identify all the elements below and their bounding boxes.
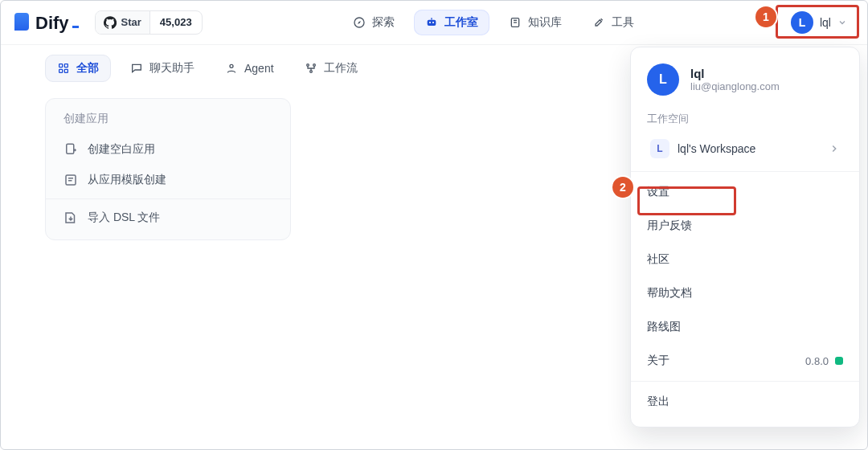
menu-roadmap-label: 路线图 [647,320,681,334]
svg-point-14 [306,64,309,67]
create-from-template[interactable]: 从应用模版创建 [46,165,290,195]
chevron-right-icon [829,143,840,154]
robot-icon [425,16,438,29]
menu-settings-label: 设置 [647,185,669,199]
create-app-title: 创建应用 [46,110,290,134]
svg-rect-11 [59,69,63,72]
svg-rect-2 [427,19,436,25]
logo-text: Dify [35,13,69,34]
menu-docs[interactable]: 帮助文档 [631,276,859,310]
menu-community-label: 社区 [647,252,669,267]
chat-icon [130,62,143,75]
about-version: 0.8.0 [805,355,829,367]
logo-mark-icon [14,13,29,31]
filter-workflow[interactable]: 工作流 [293,55,369,81]
filter-workflow-label: 工作流 [324,61,358,76]
filter-agent-label: Agent [244,62,274,75]
grid-icon [57,62,70,75]
svg-point-4 [432,21,434,22]
filter-all-label: 全部 [76,61,99,76]
svg-rect-5 [431,18,432,20]
svg-rect-10 [64,64,68,68]
menu-community[interactable]: 社区 [631,243,859,276]
menu-feedback-label: 用户反馈 [647,219,692,233]
workspace-name: lql's Workspace [678,142,821,155]
logo-underscore-icon [72,26,79,28]
filter-agent[interactable]: Agent [214,56,285,80]
svg-point-16 [309,71,312,73]
flow-icon [305,62,317,75]
user-menu-trigger[interactable]: L lql [784,8,854,37]
menu-about[interactable]: 关于 0.8.0 [631,344,859,378]
dropdown-avatar: L [647,63,679,96]
new-doc-icon [63,142,78,157]
nav-knowledge[interactable]: 知识库 [497,10,573,35]
app-header: Dify Star 45,023 探索 工作室 知识库 工具 L lql [0,0,868,45]
nav-explore[interactable]: 探索 [342,10,406,35]
nav-explore-label: 探索 [372,15,395,30]
compass-icon [353,16,366,29]
primary-nav: 探索 工作室 知识库 工具 [342,10,645,35]
github-star-count: 45,023 [149,11,202,34]
create-from-template-label: 从应用模版创建 [88,173,166,187]
menu-about-label: 关于 [647,354,669,368]
workspace-badge-icon: L [650,139,669,158]
svg-point-3 [429,21,431,22]
workspace-section-label: 工作空间 [631,107,859,133]
dropdown-user-email: liu@qianglong.com [690,80,780,92]
tool-icon [592,16,605,29]
svg-point-13 [230,64,233,68]
menu-roadmap[interactable]: 路线图 [631,310,859,344]
dropdown-profile: L lql liu@qianglong.com [631,60,859,107]
create-app-card: 创建应用 创建空白应用 从应用模版创建 导入 DSL 文件 [45,98,291,240]
divider [631,381,859,382]
book-icon [509,16,522,29]
svg-rect-18 [67,144,74,153]
nav-tools-label: 工具 [612,15,634,30]
status-dot-icon [835,357,843,365]
import-dsl[interactable]: 导入 DSL 文件 [46,202,290,233]
chevron-down-icon [837,18,847,27]
logo[interactable]: Dify [14,11,79,34]
svg-rect-9 [59,64,63,68]
nav-studio-label: 工作室 [444,15,478,30]
divider [46,198,290,199]
user-name-label: lql [820,16,831,29]
user-dropdown: L lql liu@qianglong.com 工作空间 L lql's Wor… [630,47,860,428]
github-star-button[interactable]: Star 45,023 [95,10,203,35]
import-icon [63,211,78,225]
menu-feedback[interactable]: 用户反馈 [631,209,859,243]
svg-rect-12 [64,69,68,72]
nav-tools[interactable]: 工具 [581,10,645,35]
avatar: L [791,11,813,34]
dropdown-user-name: lql [690,67,780,80]
filter-chat-label: 聊天助手 [149,61,194,76]
workspace-switcher[interactable]: L lql's Workspace [642,133,848,165]
import-dsl-label: 导入 DSL 文件 [88,211,161,225]
github-star-label: Star [121,16,141,28]
svg-marker-1 [358,21,361,24]
nav-studio[interactable]: 工作室 [414,10,489,35]
filter-chat[interactable]: 聊天助手 [119,55,206,81]
create-blank-label: 创建空白应用 [88,142,155,157]
svg-point-15 [313,64,315,67]
github-icon [104,16,117,29]
menu-docs-label: 帮助文档 [647,286,692,301]
agent-icon [225,62,238,75]
create-blank-app[interactable]: 创建空白应用 [46,134,290,165]
divider [631,171,859,172]
github-star-left: Star [96,11,149,34]
filter-all[interactable]: 全部 [45,55,111,82]
menu-settings[interactable]: 设置 [631,175,859,209]
nav-knowledge-label: 知识库 [528,15,562,30]
menu-logout[interactable]: 登出 [631,385,859,419]
template-icon [63,173,78,187]
menu-logout-label: 登出 [647,395,669,409]
